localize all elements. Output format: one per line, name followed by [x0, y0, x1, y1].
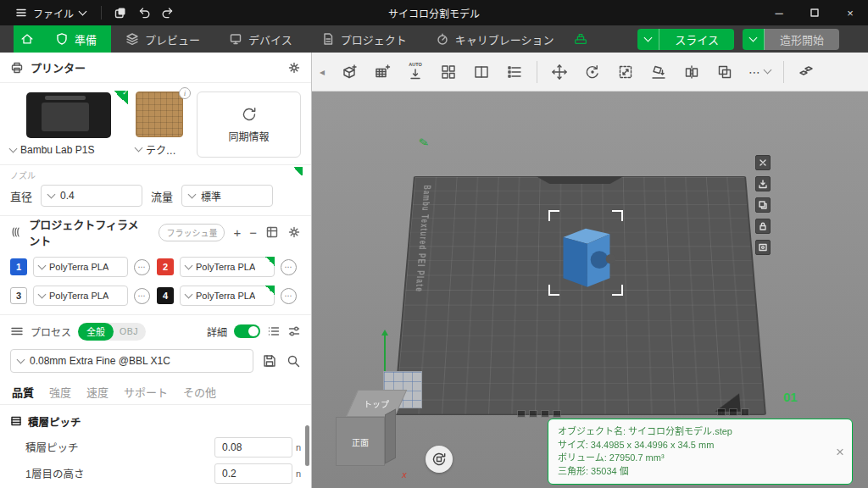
flow-dropdown[interactable]: 標準: [181, 185, 273, 207]
plates-overview-icon[interactable]: [568, 25, 593, 53]
sync-info-button[interactable]: 同期情報: [197, 92, 301, 158]
navigation-cube[interactable]: トップ 正面: [336, 390, 400, 485]
slice-button[interactable]: スライス: [659, 29, 734, 50]
close-button[interactable]: ×: [832, 0, 868, 25]
filament-3-badge[interactable]: 3: [10, 287, 27, 304]
gear-icon[interactable]: [287, 61, 301, 75]
tab-device[interactable]: デバイス: [214, 25, 307, 53]
plate-number[interactable]: 01: [783, 390, 798, 404]
process-scope-toggle[interactable]: 全般 OBJ: [78, 323, 146, 341]
filament-4-badge[interactable]: 4: [157, 287, 174, 304]
undo-button[interactable]: [132, 3, 156, 23]
layer-height-input[interactable]: [214, 437, 292, 458]
save-project-button[interactable]: [108, 3, 132, 23]
filament-2-edit-button[interactable]: ⋯: [281, 259, 297, 275]
file-menu-button[interactable]: ファイル: [7, 3, 94, 23]
filament-table-icon[interactable]: [265, 225, 279, 239]
lay-on-face-button[interactable]: [646, 59, 671, 85]
scene-3d[interactable]: Bambu Textured PEI Plate ✎: [312, 92, 868, 488]
plate-edit-pencil-icon[interactable]: ✎: [418, 135, 430, 150]
model-dice[interactable]: [555, 217, 616, 290]
filament-1-badge[interactable]: 1: [10, 258, 27, 275]
center-view-button[interactable]: [426, 446, 453, 473]
assembly-view-button[interactable]: [793, 59, 819, 85]
plate-lock-button[interactable]: [755, 219, 771, 234]
plate-delete-button[interactable]: [755, 155, 771, 170]
save-preset-icon[interactable]: [262, 353, 277, 369]
slice-split-button: スライス: [637, 29, 734, 50]
plate-arrange-button[interactable]: [755, 176, 771, 191]
filament-3-edit-button[interactable]: ⋯: [134, 288, 150, 304]
plate-settings-button[interactable]: [755, 240, 771, 255]
print-options-button[interactable]: [743, 29, 765, 50]
info-icon[interactable]: i: [179, 87, 191, 99]
tab-project[interactable]: プロジェクト: [307, 25, 421, 53]
filament-2-dropdown[interactable]: PolyTerra PLA: [180, 257, 275, 277]
build-plate[interactable]: Bambu Textured PEI Plate: [393, 176, 766, 415]
info-panel-close-button[interactable]: ×: [836, 445, 844, 459]
tab-strength[interactable]: 強度: [49, 384, 71, 403]
navcube-front-face[interactable]: 正面: [336, 417, 385, 466]
redo-button[interactable]: [156, 3, 180, 23]
param-list-icon[interactable]: [267, 324, 281, 338]
tab-calibration[interactable]: キャリブレーション: [421, 25, 569, 53]
filament-4-edit-button[interactable]: ⋯: [281, 288, 297, 304]
home-button[interactable]: [14, 25, 41, 53]
minimize-button[interactable]: ─: [761, 0, 797, 25]
filament-2-badge[interactable]: 2: [157, 258, 174, 275]
sidebar-collapse-button[interactable]: ◂: [315, 66, 329, 78]
object-list-button[interactable]: [502, 59, 527, 85]
remove-filament-button[interactable]: −: [249, 226, 257, 239]
advanced-toggle[interactable]: [234, 324, 260, 338]
sidebar-scrollbar[interactable]: [305, 425, 309, 466]
plate-settings-icon: [758, 242, 768, 252]
tab-quality[interactable]: 品質: [12, 384, 34, 403]
first-layer-height-input[interactable]: [214, 463, 292, 484]
close-icon: [758, 158, 768, 168]
filament-3-dropdown[interactable]: PolyTerra PLA: [33, 286, 128, 306]
filament-1-dropdown[interactable]: PolyTerra PLA: [33, 257, 128, 277]
chevron-down-icon: [185, 290, 193, 298]
flush-volume-button[interactable]: フラッシュ量: [159, 224, 225, 241]
tab-others[interactable]: その他: [183, 384, 216, 403]
auto-orient-button[interactable]: AUTO: [403, 59, 428, 85]
add-filament-button[interactable]: +: [233, 226, 241, 239]
texture-select[interactable]: テクスチャ…: [136, 142, 188, 157]
tab-speed[interactable]: 速度: [86, 384, 108, 403]
move-tool-button[interactable]: [547, 59, 572, 85]
plate-texture-card[interactable]: i テクスチャ…: [136, 92, 188, 158]
printer-select[interactable]: Bambu Lab P1S: [10, 144, 127, 156]
boolean-tool-button[interactable]: [712, 59, 737, 85]
filament-1-edit-button[interactable]: ⋯: [134, 259, 150, 275]
cut-tool-button[interactable]: [679, 59, 704, 85]
plate-bottom-toolbar[interactable]: [517, 410, 561, 418]
tab-support[interactable]: サポート: [124, 384, 168, 403]
start-print-button[interactable]: 造形開始: [765, 29, 839, 50]
scope-objects[interactable]: OBJ: [114, 326, 138, 336]
filament-4-dropdown[interactable]: PolyTerra PLA: [180, 286, 275, 306]
chevron-down-icon: [79, 7, 87, 15]
scale-tool-button[interactable]: [613, 59, 638, 85]
printer-card[interactable]: ✓ Bambu Lab P1S: [10, 92, 127, 158]
compare-presets-icon[interactable]: [287, 324, 301, 338]
navcube-side-face[interactable]: [385, 409, 396, 464]
navcube-top-face[interactable]: トップ: [346, 390, 407, 417]
plate-bottom-toolbar-right[interactable]: [717, 408, 749, 416]
print-split-button: 造形開始: [743, 29, 839, 50]
tab-preview[interactable]: プレビュー: [111, 25, 214, 53]
scope-global[interactable]: 全般: [78, 323, 114, 341]
slice-options-button[interactable]: [637, 29, 659, 50]
plate-clone-button[interactable]: [755, 197, 771, 213]
add-primitive-button[interactable]: [337, 59, 362, 85]
rotate-tool-button[interactable]: [580, 59, 605, 85]
tab-prepare[interactable]: 準備: [41, 25, 111, 53]
add-plate-button[interactable]: [370, 59, 395, 85]
arrange-button[interactable]: [436, 59, 461, 85]
process-preset-dropdown[interactable]: 0.08mm Extra Fine @BBL X1C: [10, 349, 253, 373]
filament-settings-icon[interactable]: [287, 225, 301, 239]
maximize-button[interactable]: [797, 0, 832, 25]
toolbar-more-button[interactable]: ⋯: [745, 65, 774, 79]
split-view-button[interactable]: [469, 59, 494, 85]
search-icon[interactable]: [286, 353, 301, 369]
diameter-dropdown[interactable]: 0.4: [41, 185, 142, 207]
